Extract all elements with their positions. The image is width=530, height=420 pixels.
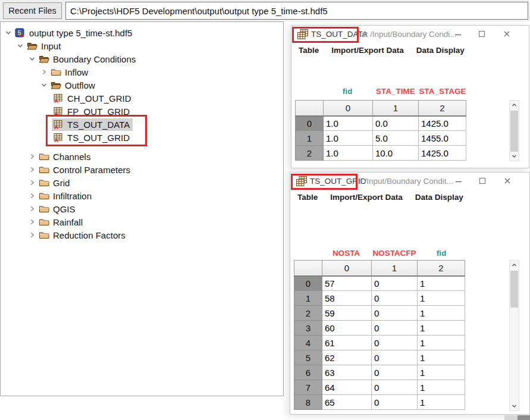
table-cell[interactable]: 62	[322, 350, 372, 365]
table-cell[interactable]: 10.0	[373, 146, 419, 161]
tree-item-input[interactable]: Input	[1, 39, 283, 52]
window-titlebar[interactable]: TS_OUT_DATA at /Input/Boundary Condi...	[291, 26, 529, 42]
table-cell[interactable]: 1425.0	[419, 146, 466, 161]
tree-item-outflow[interactable]: Outflow	[1, 79, 283, 92]
scroll-down-button[interactable]	[510, 402, 519, 410]
tree-item-rainfall[interactable]: Rainfall	[1, 215, 283, 228]
row-header[interactable]: 6	[294, 365, 322, 380]
scroll-up-button[interactable]	[510, 101, 519, 109]
scrollbar-thumb[interactable]	[510, 111, 518, 152]
tree-item-inflow[interactable]: Inflow	[1, 65, 283, 79]
chevron-collapsed-icon[interactable]	[28, 152, 37, 161]
table-cell[interactable]: 1	[418, 321, 465, 336]
table-cell[interactable]: 0	[372, 380, 418, 395]
column-index-header[interactable]: 0	[322, 261, 372, 276]
table-cell[interactable]: 59	[322, 306, 372, 321]
column-index-header[interactable]: 2	[419, 101, 466, 116]
table-cell[interactable]: 61	[322, 336, 372, 350]
table-cell[interactable]: 64	[322, 380, 372, 395]
menu-import-export-data[interactable]: Import/Export Data	[330, 193, 403, 202]
table-cell[interactable]: 0	[372, 336, 418, 350]
table-cell[interactable]: 5.0	[373, 131, 419, 146]
chevron-collapsed-icon[interactable]	[28, 165, 37, 174]
chevron-expanded-icon[interactable]	[40, 81, 49, 89]
column-index-header[interactable]: 1	[372, 261, 418, 276]
menu-import-export-data[interactable]: Import/Export Data	[331, 46, 404, 55]
menu-data-display[interactable]: Data Display	[416, 46, 465, 55]
tree-item-fp-out-grid[interactable]: AFP_OUT_GRID	[1, 105, 283, 118]
table-cell[interactable]: 60	[322, 321, 372, 336]
menu-table[interactable]: Table	[297, 193, 318, 202]
table-cell[interactable]: 1455.0	[419, 131, 466, 146]
table-cell[interactable]: 1.0	[324, 131, 373, 146]
table-cell[interactable]: 0	[372, 321, 418, 336]
chevron-collapsed-icon[interactable]	[28, 218, 37, 226]
scroll-down-button[interactable]	[510, 152, 519, 161]
tree-item-control-parameters[interactable]: Control Parameters	[1, 163, 283, 176]
tree-item-ts-out-grid[interactable]: ATS_OUT_GRID	[1, 131, 283, 144]
file-path-input[interactable]	[65, 2, 528, 20]
minimize-button[interactable]	[453, 29, 463, 39]
table-cell[interactable]: 1	[418, 395, 465, 410]
recent-files-button[interactable]: Recent Files	[3, 2, 62, 19]
table-cell[interactable]: 1.0	[324, 116, 373, 131]
row-header[interactable]: 1	[294, 291, 322, 306]
minimize-button[interactable]	[453, 176, 464, 186]
window-titlebar[interactable]: TS_OUT_GRID t /Input/Boundary Condit...	[290, 173, 529, 189]
row-header[interactable]: 3	[294, 321, 322, 336]
chevron-collapsed-icon[interactable]	[28, 178, 37, 187]
table-cell[interactable]: 1	[418, 365, 465, 380]
row-header[interactable]: 4	[294, 336, 322, 350]
tree-item-output-type-5-time-st-hdf5[interactable]: 5output type 5_time-st.hdf5	[1, 26, 283, 39]
table-cell[interactable]: 1	[418, 380, 465, 395]
tree-item-ts-out-data[interactable]: ATS_OUT_DATA	[1, 118, 283, 131]
row-header[interactable]: 2	[294, 306, 322, 321]
table-cell[interactable]: 0	[372, 365, 418, 380]
tree-item-grid[interactable]: Grid	[1, 176, 283, 189]
table-cell[interactable]: 1	[418, 291, 465, 306]
column-index-header[interactable]: 2	[418, 261, 465, 276]
table-cell[interactable]: 0	[372, 395, 418, 410]
maximize-button[interactable]	[476, 29, 487, 39]
vertical-scrollbar[interactable]	[509, 100, 519, 161]
tree-item-reduction-factors[interactable]: Reduction Factors	[1, 228, 283, 242]
row-header[interactable]: 5	[294, 350, 322, 365]
scroll-up-button[interactable]	[510, 261, 519, 269]
table-cell[interactable]: 1	[418, 350, 465, 365]
table-cell[interactable]: 1	[418, 276, 465, 291]
close-button[interactable]	[501, 29, 512, 39]
table-cell[interactable]: 58	[322, 291, 372, 306]
table-cell[interactable]: 63	[322, 365, 372, 380]
table-cell[interactable]: 1	[418, 336, 465, 350]
chevron-expanded-icon[interactable]	[4, 29, 14, 37]
chevron-collapsed-icon[interactable]	[40, 68, 49, 76]
chevron-expanded-icon[interactable]	[16, 42, 26, 50]
row-header[interactable]: 0	[296, 116, 324, 131]
row-header[interactable]: 2	[296, 146, 324, 161]
tree-item-ch-out-grid[interactable]: ACH_OUT_GRID	[1, 92, 283, 105]
tree-item-qgis[interactable]: QGIS	[1, 202, 283, 215]
close-button[interactable]	[502, 176, 513, 186]
table-cell[interactable]: 0	[372, 350, 418, 365]
table-cell[interactable]: 0.0	[373, 116, 419, 131]
row-header[interactable]: 1	[296, 131, 324, 146]
scrollbar-thumb[interactable]	[510, 271, 518, 308]
maximize-button[interactable]	[477, 176, 488, 186]
tree-item-infiltration[interactable]: Infiltration	[1, 189, 283, 202]
row-header[interactable]: 0	[294, 276, 322, 291]
chevron-collapsed-icon[interactable]	[28, 205, 37, 213]
table-cell[interactable]: 1.0	[324, 146, 373, 161]
row-header[interactable]: 8	[294, 395, 322, 410]
table-cell[interactable]: 1	[418, 306, 465, 321]
menu-table[interactable]: Table	[299, 46, 319, 55]
table-cell[interactable]: 0	[372, 276, 418, 291]
vertical-scrollbar[interactable]	[509, 260, 519, 411]
table-cell[interactable]: 65	[322, 395, 372, 410]
menu-data-display[interactable]: Data Display	[415, 193, 463, 202]
tree-item-boundary-conditions[interactable]: Boundary Conditions	[1, 52, 283, 65]
tree-item-channels[interactable]: Channels	[1, 150, 283, 163]
chevron-collapsed-icon[interactable]	[28, 231, 37, 239]
corner-cell[interactable]	[296, 101, 324, 116]
corner-cell[interactable]	[294, 261, 322, 276]
column-index-header[interactable]: 1	[373, 101, 419, 116]
